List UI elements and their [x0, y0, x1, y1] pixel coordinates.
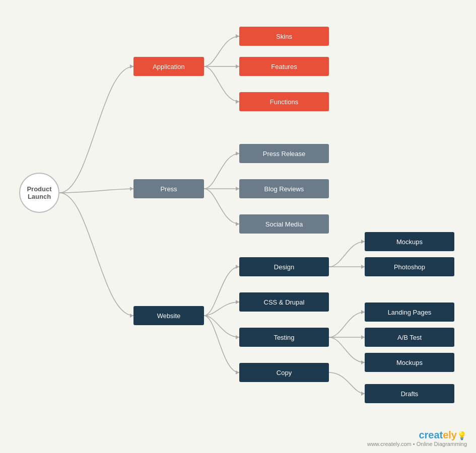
svg-marker-18: [361, 392, 365, 396]
watermark-url: www.creately.com • Online Diagramming: [367, 441, 467, 447]
node-social-media: Social Media: [239, 214, 329, 234]
node-website: Website: [133, 306, 204, 325]
node-press-release: Press Release: [239, 144, 329, 163]
svg-marker-7: [130, 187, 133, 191]
svg-marker-2: [236, 100, 239, 104]
node-testing: Testing: [239, 328, 329, 347]
node-product-launch: Product Launch: [19, 173, 59, 213]
diagram-container: Product Launch Application Skins Feature…: [0, 0, 476, 453]
watermark: creately💡 www.creately.com • Online Diag…: [367, 429, 467, 447]
svg-marker-17: [361, 360, 365, 364]
svg-marker-12: [130, 314, 133, 318]
node-copy: Copy: [239, 363, 329, 382]
node-application: Application: [133, 57, 204, 76]
node-skins: Skins: [239, 27, 329, 46]
node-functions: Functions: [239, 92, 329, 111]
node-landing-pages: Landing Pages: [365, 303, 454, 322]
svg-marker-3: [130, 64, 133, 68]
svg-marker-6: [236, 222, 239, 226]
node-mockups-2: Mockups: [365, 353, 454, 372]
svg-marker-4: [236, 152, 239, 156]
node-features: Features: [239, 57, 329, 76]
svg-marker-9: [236, 300, 239, 304]
svg-marker-16: [361, 335, 365, 339]
node-css-drupal: CSS & Drupal: [239, 292, 329, 312]
svg-marker-8: [236, 265, 239, 269]
node-ab-test: A/B Test: [365, 328, 454, 347]
node-design: Design: [239, 257, 329, 276]
svg-marker-11: [236, 370, 239, 374]
svg-marker-5: [236, 187, 239, 191]
brand-name: creately💡: [419, 429, 467, 440]
node-drafts: Drafts: [365, 384, 454, 403]
svg-marker-15: [361, 310, 365, 314]
node-press: Press: [133, 179, 204, 198]
svg-marker-10: [236, 335, 239, 339]
node-photoshop: Photoshop: [365, 257, 454, 276]
node-mockups-1: Mockups: [365, 232, 454, 251]
svg-marker-13: [361, 240, 365, 244]
svg-marker-1: [236, 64, 239, 68]
svg-marker-0: [236, 34, 239, 38]
node-blog-reviews: Blog Reviews: [239, 179, 329, 198]
svg-marker-14: [361, 265, 365, 269]
